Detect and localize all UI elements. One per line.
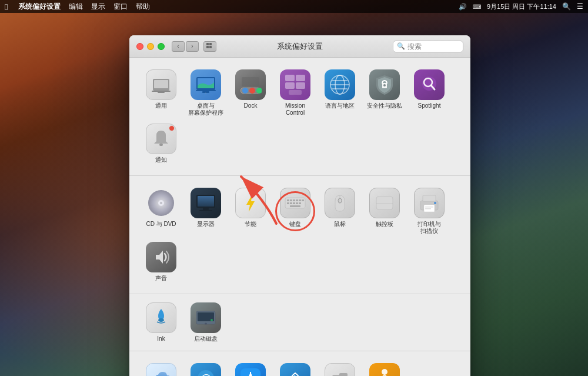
desktop-icon: □ xyxy=(191,69,221,100)
keyboard-label: 键盘 xyxy=(289,221,301,228)
svg-rect-7 xyxy=(158,92,165,93)
svg-rect-2 xyxy=(206,46,209,48)
svg-text:@: @ xyxy=(201,372,211,376)
svg-rect-40 xyxy=(203,208,209,210)
display-icon xyxy=(191,188,221,218)
pref-spotlight[interactable]: Spotlight xyxy=(407,66,452,120)
pref-language[interactable]: 语言与地区 xyxy=(318,66,362,120)
svg-point-42 xyxy=(251,193,253,195)
menu-icon[interactable]: ☰ xyxy=(577,2,583,11)
search-box[interactable]: 🔍 xyxy=(393,41,463,52)
trackpad-icon xyxy=(369,188,400,218)
svg-rect-21 xyxy=(296,82,305,89)
pref-dock[interactable]: Dock xyxy=(228,66,273,120)
pref-cd[interactable]: CD 与 DVD xyxy=(139,184,183,238)
menubar-display[interactable]: 显示 xyxy=(91,2,105,12)
svg-rect-53 xyxy=(296,202,298,204)
general-label: 通用 xyxy=(155,102,167,109)
maximize-button[interactable] xyxy=(158,43,165,50)
search-menubar-icon[interactable]: 🔍 xyxy=(562,2,571,11)
svg-point-65 xyxy=(434,202,436,204)
svg-point-15 xyxy=(249,88,255,94)
volume-icon[interactable]: 🔊 xyxy=(459,3,467,11)
svg-rect-22 xyxy=(289,90,302,95)
dock-icon xyxy=(235,69,266,100)
svg-point-83 xyxy=(382,369,387,375)
svg-rect-48 xyxy=(299,199,301,201)
pref-startup[interactable]: 启动磁盘 xyxy=(183,299,228,346)
pref-desktop[interactable]: □ 桌面与 屏幕保护程序 xyxy=(183,66,228,120)
language-label: 语言与地区 xyxy=(325,102,355,109)
cd-label: CD 与 DVD xyxy=(146,221,176,228)
svg-rect-61 xyxy=(423,195,436,201)
nav-buttons: ‹ › xyxy=(172,41,199,52)
mouse-icon xyxy=(325,188,355,218)
close-button[interactable] xyxy=(136,43,143,50)
section-hardware: CD 与 DVD xyxy=(129,176,470,294)
search-icon: 🔍 xyxy=(397,42,405,50)
pref-icloud[interactable]: iCloud xyxy=(139,360,183,376)
icloud-icon xyxy=(146,363,176,376)
back-button[interactable]: ‹ xyxy=(172,41,185,52)
display-label: 显示器 xyxy=(197,221,215,228)
svg-rect-19 xyxy=(296,75,305,81)
pref-mission[interactable]: Mission Control xyxy=(273,66,318,120)
spotlight-icon xyxy=(414,69,445,100)
pref-general[interactable]: 通用 xyxy=(139,66,183,120)
appstore-icon: A xyxy=(235,363,266,376)
svg-rect-52 xyxy=(293,202,295,204)
spotlight-label: Spotlight xyxy=(418,102,441,109)
pref-sound[interactable]: 声音 xyxy=(139,238,183,285)
notify-icon xyxy=(146,124,176,154)
titlebar: ‹ › 系统偏好设置 🔍 xyxy=(129,35,470,58)
svg-rect-0 xyxy=(206,43,209,45)
keyboard-layout-icon: ⌨ xyxy=(473,4,481,10)
startup-icon xyxy=(191,302,221,333)
window-title: 系统偏好设置 xyxy=(277,41,323,52)
pref-sharing[interactable]: 共享 xyxy=(362,360,407,376)
forward-button[interactable]: › xyxy=(186,41,199,52)
network-icon xyxy=(280,363,310,376)
menubar:  系统偏好设置 编辑 显示 窗口 帮助 🔊 ⌨ 9月15日 周日 下午11:1… xyxy=(0,0,588,13)
pref-ink[interactable]: Ink xyxy=(139,299,183,346)
sound-icon xyxy=(146,242,176,272)
minimize-button[interactable] xyxy=(147,43,154,50)
grid-view-button[interactable] xyxy=(203,41,216,52)
svg-point-66 xyxy=(158,318,164,322)
search-input[interactable] xyxy=(407,42,457,51)
ink-label: Ink xyxy=(157,335,165,342)
system-preferences-window: ‹ › 系统偏好设置 🔍 xyxy=(129,35,470,376)
svg-point-36 xyxy=(160,202,162,204)
menubar-system-prefs[interactable]: 系统偏好设置 xyxy=(18,2,61,12)
menubar-window[interactable]: 窗口 xyxy=(113,2,128,12)
mission-label: Mission Control xyxy=(285,102,305,117)
menubar-edit[interactable]: 编辑 xyxy=(69,2,83,12)
pref-mouse[interactable]: 鼠标 xyxy=(318,184,362,238)
pref-trackpad[interactable]: 触控板 xyxy=(362,184,407,238)
pref-appstore[interactable]: A App Store xyxy=(228,360,273,376)
pref-extensions[interactable]: 扩展 xyxy=(318,360,362,376)
svg-rect-3 xyxy=(209,46,212,48)
notify-label: 通知 xyxy=(155,157,167,164)
desktop-label: 桌面与 屏幕保护程序 xyxy=(188,102,223,117)
apple-menu[interactable]:  xyxy=(5,2,8,12)
pref-internet[interactable]: @ 互联网 帐户 xyxy=(183,360,228,376)
extensions-icon xyxy=(325,363,355,376)
pref-network[interactable]: 网络 xyxy=(273,360,318,376)
icon-grid-row3: Ink 启动磁盘 xyxy=(139,299,461,346)
pref-keyboard[interactable]: 键盘 xyxy=(273,184,318,238)
pref-display[interactable]: 显示器 xyxy=(183,184,228,238)
datetime-display: 9月15日 周日 下午11:14 xyxy=(487,2,556,11)
icon-grid-row2: CD 与 DVD xyxy=(139,184,461,285)
pref-notify[interactable]: 通知 xyxy=(139,120,183,167)
energy-icon xyxy=(235,188,266,218)
svg-rect-50 xyxy=(287,202,289,204)
svg-rect-45 xyxy=(290,199,292,201)
menubar-help[interactable]: 帮助 xyxy=(136,2,150,12)
security-icon xyxy=(369,69,400,100)
ink-icon xyxy=(146,302,176,333)
pref-energy[interactable]: 节能 xyxy=(228,184,273,238)
svg-rect-5 xyxy=(154,80,168,88)
pref-security[interactable]: 安全性与隐私 xyxy=(362,66,407,120)
pref-printer[interactable]: 打印机与 扫描仪 xyxy=(407,184,452,238)
